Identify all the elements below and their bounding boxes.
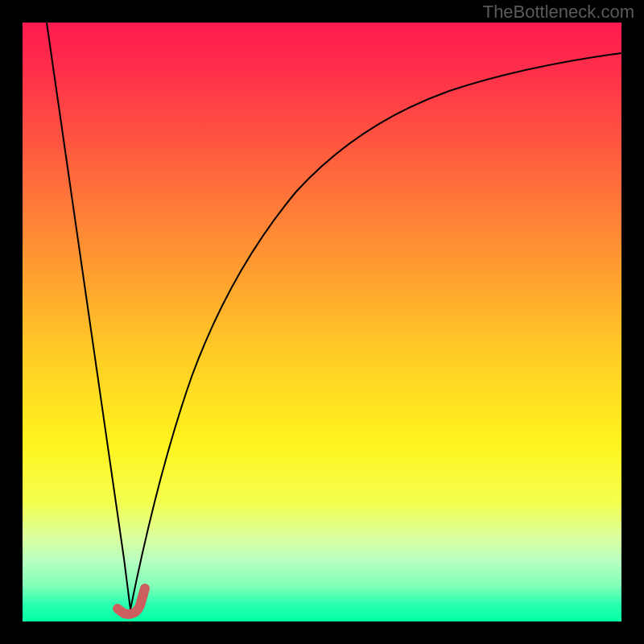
curve-right-branch: [130, 53, 621, 609]
plot-area: [23, 23, 621, 621]
j-marker: [118, 588, 145, 614]
watermark-text: TheBottleneck.com: [483, 2, 634, 23]
chart-svg: [23, 23, 621, 621]
curve-left-branch: [47, 23, 130, 609]
